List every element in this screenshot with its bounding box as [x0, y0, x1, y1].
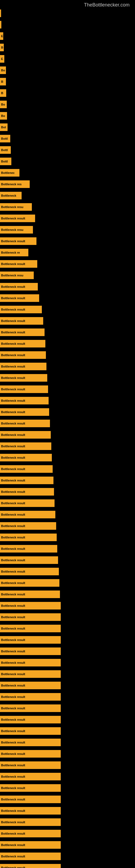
bar-label: Bottleneck result: [1, 809, 25, 812]
bar-row: Bottleneck res: [0, 179, 135, 189]
bar-item: Bottleneck result: [0, 613, 61, 621]
bar-label: Bottleneck result: [1, 855, 25, 858]
bar-item: B: [0, 78, 6, 86]
bar-item: Bottleneck result: [0, 579, 59, 587]
bar-label: Bottleneck result: [1, 262, 25, 266]
bar-label: Bottleneck result: [1, 684, 25, 687]
bar-row: Bottleneck resu: [0, 225, 135, 235]
bar-row: Bottleneck result: [0, 600, 135, 611]
bar-item: Bottleneck result: [0, 306, 42, 313]
bar-label: Bottleneck result: [1, 285, 25, 288]
bar-row: Bottleneck result: [0, 259, 135, 269]
bar-row: Bottleneck result: [0, 623, 135, 633]
bar-label: Bottleneck result: [1, 581, 25, 585]
bar-item: Bottleneck result: [0, 750, 61, 757]
bar-item: Bottleneck result: [0, 420, 50, 427]
bar-row: Bottleneck result: [0, 726, 135, 736]
bar-item: Bottleneck result: [0, 454, 52, 461]
bar-row: Bottleneck result: [0, 327, 135, 337]
bar-label: Bottleneck res: [1, 183, 21, 186]
bar-item: Bottleneck result: [0, 796, 61, 803]
bar-row: Bottleneck result: [0, 783, 135, 793]
bar-row: Bottleneck result: [0, 316, 135, 326]
bar-row: Bottleneck result: [0, 350, 135, 360]
bar-row: Bottleneck result: [0, 453, 135, 463]
bar-item: Bottleneck res: [0, 180, 30, 188]
bar-item: Bottlenec: [0, 169, 19, 177]
bar-item: Bot: [0, 123, 8, 131]
bar-label: Bo: [1, 69, 5, 72]
bar-label: Bottl: [1, 160, 8, 163]
bar-item: Bottleneck result: [0, 852, 61, 860]
bar-item: Bottleneck result: [0, 522, 56, 530]
bar-label: Bottleneck result: [1, 730, 25, 733]
bar-row: Bottleneck result: [0, 361, 135, 372]
bar-item: Bottleneck resu: [0, 226, 33, 234]
bar-label: Bottleneck result: [1, 650, 25, 653]
bar-label: Bottleneck result: [1, 866, 25, 868]
bar-item: Bottleneck result: [0, 727, 61, 735]
bar-label: Bottleneck result: [1, 353, 25, 357]
bar-label: Bottleneck result: [1, 764, 25, 767]
bar-item: Bottleneck result: [0, 533, 57, 541]
bar-item: Bottleneck result: [0, 625, 61, 632]
bar-row: Bottleneck result: [0, 407, 135, 417]
bar-row: Bottleneck result: [0, 760, 135, 770]
bar-label: Bottleneck result: [1, 593, 25, 596]
bar-row: Bottleneck result: [0, 703, 135, 713]
bar-row: B: [0, 76, 135, 87]
bar-label: Bottleneck result: [1, 558, 25, 562]
bar-item: Bo: [0, 66, 6, 74]
bar-label: Bottleneck result: [1, 467, 25, 471]
bar-row: Bottleneck result: [0, 213, 135, 223]
bar-item: Bottleneck resu: [0, 203, 32, 211]
bar-item: Bottleneck result: [0, 739, 61, 746]
bar-label: Bottleneck resu: [1, 205, 24, 209]
bar-item: Bottleneck result: [0, 556, 58, 564]
bar-row: Bottleneck result: [0, 589, 135, 599]
bar-item: B: [0, 89, 6, 97]
bar-item: Bottleneck result: [0, 670, 61, 678]
bar-row: Bottleneck result: [0, 692, 135, 702]
bar-item: Bottleneck result: [0, 784, 61, 792]
bar-item: Bottleneck result: [0, 488, 54, 496]
bar-label: Bottleneck result: [1, 490, 25, 493]
bar-label: Bottleneck result: [1, 444, 25, 448]
bar-row: Bottleneck result: [0, 578, 135, 588]
bar-label: Bottleneck result: [1, 501, 25, 505]
bar-label: Bottleneck result: [1, 752, 25, 755]
bar-label: Bottleneck result: [1, 240, 25, 243]
bar-label: Bo: [1, 103, 5, 106]
bar-row: Bottleneck result: [0, 669, 135, 679]
bar-item: Bottleneck result: [0, 351, 46, 359]
bar-item: Bottleneck result: [0, 590, 60, 598]
bar-item: Bottleneck result: [0, 476, 53, 484]
bar-item: Bottl: [0, 146, 11, 154]
bar-label: Bottleneck result: [1, 718, 25, 721]
bar-label: Bottleneck result: [1, 410, 25, 414]
bar-label: Bottleneck: [1, 194, 16, 197]
bar-row: Bottleneck result: [0, 475, 135, 486]
bar-label: E: [1, 57, 3, 61]
bar-label: Bottleneck result: [1, 376, 25, 379]
bar-label: Bottleneck result: [1, 627, 25, 630]
bar-row: Bottleneck result: [0, 544, 135, 554]
bar-label: Bottleneck result: [1, 513, 25, 516]
bar-label: Bottleneck resu: [1, 228, 24, 231]
bar-row: Bottleneck result: [0, 566, 135, 577]
bars-container: EBEBoBBBoBoBotBottlBottlBottlBottlenecBo…: [0, 8, 135, 868]
bar-label: Bottleneck result: [1, 832, 25, 835]
bar-label: Bottleneck result: [1, 422, 25, 425]
bar-row: Bottleneck result: [0, 863, 135, 868]
bar-row: Bottleneck result: [0, 464, 135, 474]
bar-item: Bottleneck result: [0, 294, 39, 302]
bar-label: B: [1, 80, 3, 83]
bar-item: Bottleneck result: [0, 659, 61, 666]
bar-label: Bottleneck resu: [1, 274, 24, 277]
bar-row: Bottleneck result: [0, 828, 135, 839]
bar-label: Bottleneck result: [1, 604, 25, 607]
bar-label: Bottleneck result: [1, 661, 25, 664]
bar-item: Bottl: [0, 158, 11, 165]
bar-row: B: [0, 42, 135, 53]
bar-row: Bottleneck result: [0, 771, 135, 782]
